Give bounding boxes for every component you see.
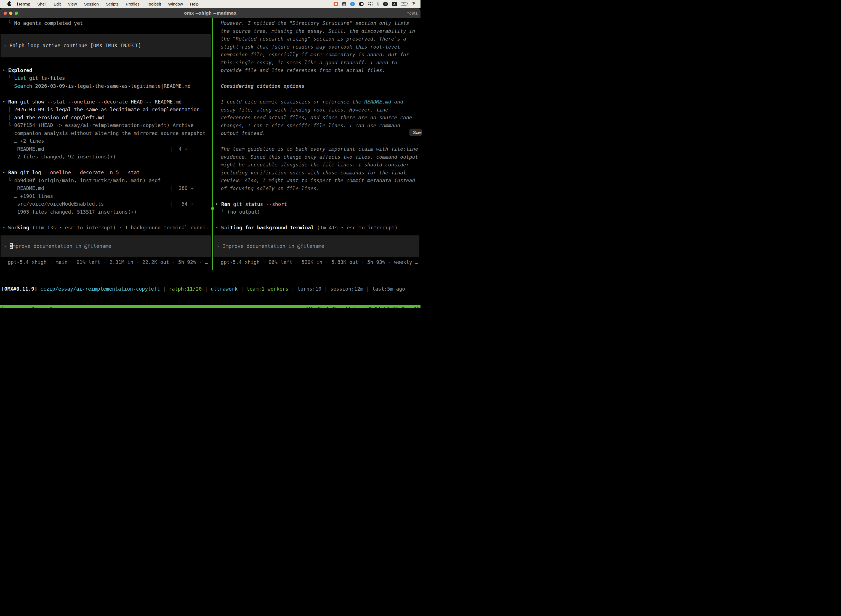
menu-item-shell[interactable]: Shell <box>37 1 46 6</box>
terminal-line: of focusing solely on file lines. <box>213 185 420 193</box>
menu-items: iTerm2ShellEditViewSessionScriptsProfile… <box>17 1 199 6</box>
omx-status-text: [OMX#0.11.9] cczip/essay/ai-reimplementa… <box>0 285 420 293</box>
terminal-line: └ List git ls-files <box>0 74 212 82</box>
terminal-line: output instead. <box>213 129 420 138</box>
right-status-text: gpt-5.4 xhigh · 96% left · 520K in · 5.8… <box>213 258 420 266</box>
tmux-host-clock: "MacBook-Pro-44.local" 04:52 31-Mar-26 <box>306 305 420 308</box>
window-title-bar[interactable]: omx --xhigh --madmax ⌥⌘1 <box>0 8 420 18</box>
terminal-line: references need actual files, and since … <box>213 114 420 122</box>
terminal-line: README.md | 4 + <box>0 145 212 153</box>
terminal-line: However, I noticed the "Directory Struct… <box>213 19 420 27</box>
terminal-line: including verification notes with those … <box>213 169 420 177</box>
terminal-line: │ and-the-erosion-of-copyleft.md <box>0 114 212 122</box>
terminal-line: 2 files changed, 92 insertions(+) <box>0 153 212 161</box>
menu-item-session[interactable]: Session <box>84 1 99 6</box>
terminal-line: the source tree, missing the essay. Stil… <box>213 27 420 35</box>
terminal-line: The team guideline is to back every impo… <box>213 145 420 153</box>
terminal-line: └ (no output) <box>213 208 420 216</box>
terminal-line <box>213 75 420 82</box>
menu-item-help[interactable]: Help <box>190 1 199 6</box>
terminal-line: Search 2026-03-09-is-legal-the-same-as-l… <box>0 82 212 90</box>
terminal-line: I could cite commit statistics or refere… <box>213 98 420 106</box>
terminal-line <box>213 90 420 98</box>
macos-menu-bar: iTerm2ShellEditViewSessionScriptsProfile… <box>0 0 420 8</box>
terminal-line: Considering citation options <box>213 82 420 90</box>
bottom-divider-left <box>0 270 213 270</box>
squiggle-icon[interactable]: § <box>377 1 379 7</box>
window-shortcut-badge: ⌥⌘1 <box>407 11 418 15</box>
dots-grid-icon[interactable] <box>368 1 372 6</box>
terminal-line: › Ralph loop active continue [OMX_TMUX_I… <box>0 42 141 50</box>
menu-item-toolbelt[interactable]: Toolbelt <box>147 1 161 6</box>
terminal-line: this single essay, it seems like a good … <box>213 59 420 67</box>
right-pane-status: gpt-5.4 xhigh · 96% left · 520K in · 5.8… <box>213 258 420 266</box>
injected-prompt-box[interactable]: › Ralph loop active continue [OMX_TMUX_I… <box>0 34 211 57</box>
tmux-pane-left[interactable]: └ No agents completed yet› Ralph loop ac… <box>0 18 212 270</box>
left-status-text: gpt-5.4 xhigh · main · 91% left · 2.31M … <box>0 258 212 266</box>
terminal-content: └ No agents completed yet› Ralph loop ac… <box>0 18 420 308</box>
iterm2-window: omx --xhigh --madmax ⌥⌘1 └ No agents com… <box>0 8 420 308</box>
terminal-line <box>213 138 420 145</box>
right-pane-lines: However, I noticed the "Directory Struct… <box>213 19 420 232</box>
terminal-line <box>213 192 420 200</box>
menu-item-window[interactable]: Window <box>168 1 183 6</box>
menu-status-icons: ϟ § ..61 A ϟ <box>334 1 420 7</box>
battery-icon[interactable]: ϟ <box>401 3 407 6</box>
menu-item-edit[interactable]: Edit <box>54 1 61 6</box>
terminal-line <box>213 216 420 224</box>
left-prompt-text: › Improve documentation in @filename <box>0 242 111 250</box>
terminal-line: • Ran git status --short <box>213 200 420 208</box>
terminal-line: └ No agents completed yet <box>0 19 212 27</box>
terminal-line: └ 4b9d30f (origin/main, instructkr/main,… <box>0 177 212 185</box>
terminal-line: … +2 lines <box>0 137 212 145</box>
terminal-line <box>0 161 212 169</box>
terminal-line: • Ran git log --oneline --decorate -n 5 … <box>0 169 212 177</box>
apple-menu-icon[interactable] <box>7 2 11 6</box>
right-prompt-input[interactable]: › Improve documentation in @filename <box>214 235 419 257</box>
terminal-line: slight risk that future readers may over… <box>213 43 420 51</box>
terminal-line: essay file, along with finding root file… <box>213 106 420 114</box>
moon-crescent-icon[interactable] <box>359 1 364 6</box>
menu-item-scripts[interactable]: Scripts <box>106 1 119 6</box>
menu-item-view[interactable]: View <box>68 1 77 6</box>
terminal-line <box>0 90 212 98</box>
wifi-icon[interactable] <box>411 2 416 6</box>
terminal-line: 1903 files changed, 513517 insertions(+) <box>0 208 212 216</box>
terminal-line: └ 067f154 (HEAD -> essay/ai-reimplementa… <box>0 122 212 129</box>
screen-tooltip-text: Scre <box>413 130 420 135</box>
left-pane-lines: └ No agents completed yet› Ralph loop ac… <box>0 19 212 232</box>
terminal-line: … +1901 lines <box>0 192 212 200</box>
tmux-status-bar: [omx-cczip0:bash* "MacBook-Pro-44.local"… <box>0 305 420 308</box>
circle-61-icon[interactable]: ..61 <box>383 1 388 6</box>
terminal-line: review. Also, I might want to inspect th… <box>213 177 420 185</box>
terminal-line: changes, I can't cite specific file line… <box>213 122 420 130</box>
terminal-line: companion analysis without altering the … <box>0 129 212 138</box>
screen-tooltip-overlay: Scre <box>409 129 420 136</box>
menu-item-iterm2[interactable]: iTerm2 <box>17 1 30 6</box>
right-prompt-text: › Improve documentation in @filename <box>214 242 324 250</box>
terminal-line: evidence. Since this change only affects… <box>213 153 420 161</box>
terminal-line: • Working (11m 13s • esc to interrupt) ·… <box>0 224 212 232</box>
terminal-line: • Waiting for background terminal (1m 41… <box>213 224 420 232</box>
a-square-icon[interactable]: A <box>392 1 397 6</box>
blue-badge-icon[interactable]: ϟ <box>350 1 355 6</box>
menu-item-profiles[interactable]: Profiles <box>126 1 140 6</box>
keypad-shield-icon[interactable] <box>342 1 346 6</box>
terminal-line: │ 2026-03-09-is-legal-the-same-as-legiti… <box>0 106 212 114</box>
left-pane-status: gpt-5.4 xhigh · main · 91% left · 2.31M … <box>0 258 212 266</box>
tmux-pane-right[interactable]: However, I noticed the "Directory Struct… <box>213 18 420 270</box>
terminal-line: • Ran git show --stat --oneline --decora… <box>0 98 212 106</box>
terminal-line: • Explored <box>0 66 212 75</box>
terminal-line: provide file and line references from th… <box>213 66 420 75</box>
terminal-line <box>0 216 212 224</box>
omx-status-line: [OMX#0.11.9] cczip/essay/ai-reimplementa… <box>0 285 420 293</box>
terminal-line: might be acceptable alongside the file l… <box>213 161 420 169</box>
window-title: omx --xhigh --madmax <box>0 11 420 16</box>
terminal-line: src/voice/voiceModeEnabled.ts | 54 + <box>0 200 212 208</box>
terminal-line: companion file, especially if more comme… <box>213 51 420 59</box>
terminal-line: the "Related research writing" section i… <box>213 35 420 43</box>
screenshot-chat-icon[interactable] <box>334 2 338 6</box>
left-prompt-input[interactable]: › Improve documentation in @filename <box>0 235 211 257</box>
bottom-divider-right <box>213 270 420 270</box>
tmux-session-name[interactable]: [omx-cczip0:bash* <box>0 305 52 308</box>
